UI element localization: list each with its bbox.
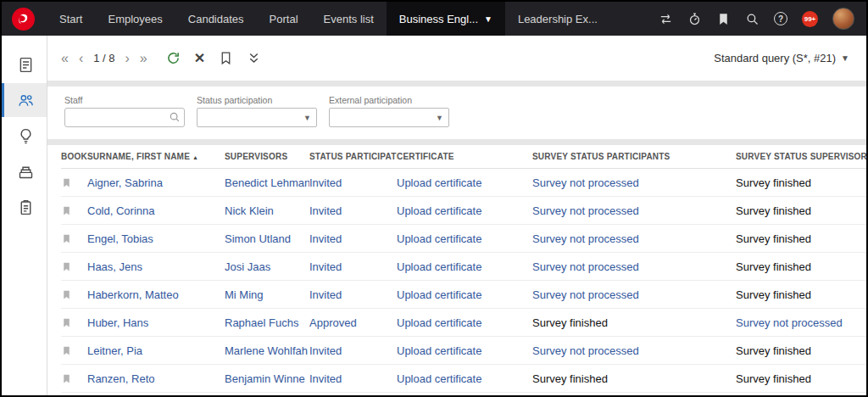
staff-input[interactable] [64, 108, 185, 127]
employee-name-link[interactable]: Engel, Tobias [87, 232, 225, 245]
upload-certificate-link[interactable]: Upload certificate [397, 204, 532, 217]
clipboard-icon [17, 198, 35, 216]
lightbulb-icon [17, 127, 35, 145]
sidebar-item-ideas[interactable] [2, 119, 47, 153]
transfer-icon[interactable] [659, 12, 673, 26]
survey-status-participants-value: Survey finished [532, 316, 736, 329]
notification-badge[interactable]: 99+ [802, 11, 818, 27]
employee-name-link[interactable]: Huber, Hans [87, 316, 225, 329]
column-header-certificate[interactable]: CERTIFICATE [397, 152, 532, 161]
row-bookmark-icon[interactable] [61, 372, 87, 386]
sidebar-item-employees[interactable] [2, 83, 47, 117]
nav-label: Employees [108, 13, 162, 25]
nav-item-business-english-active[interactable]: Business Engl... ▼ [387, 2, 505, 36]
survey-status-participants-value: Survey finished [532, 372, 736, 385]
upload-certificate-link[interactable]: Upload certificate [397, 344, 532, 357]
row-bookmark-icon[interactable] [61, 232, 87, 246]
last-page-button[interactable]: » [140, 52, 147, 65]
refresh-button[interactable] [166, 51, 181, 65]
table-row: Haberkorn, Matteo Mi Ming Invited Upload… [61, 281, 866, 309]
survey-status-participants-value: Survey not processed [532, 204, 736, 217]
sidebar-item-stack[interactable] [2, 154, 47, 188]
employee-name-link[interactable]: Cold, Corinna [87, 204, 225, 217]
clear-button[interactable]: ✕ [194, 50, 205, 66]
upload-certificate-link[interactable]: Upload certificate [397, 372, 532, 385]
row-bookmark-icon[interactable] [61, 288, 87, 302]
next-page-button[interactable]: › [125, 52, 130, 65]
double-chevron-down-icon [247, 51, 261, 65]
status-participation-value: Invited [309, 372, 397, 385]
column-header-status-participation[interactable]: STATUS PARTICIPATION [309, 152, 397, 161]
pagination: « ‹ 1 / 8 › » [61, 52, 147, 65]
staff-label: Staff [64, 95, 185, 105]
table-row: Engel, Tobias Simon Utland Invited Uploa… [61, 225, 866, 253]
column-header-survey-supervisors[interactable]: SURVEY STATUS SUPERVISORS [736, 152, 866, 161]
status-participation-value: Invited [309, 260, 397, 273]
nav-item-events-list[interactable]: Events list [311, 2, 387, 36]
column-header-supervisors[interactable]: SUPERVISORS [225, 152, 309, 161]
nav-item-employees[interactable]: Employees [95, 2, 175, 36]
employee-name-link[interactable]: Haas, Jens [87, 260, 225, 273]
status-participation-value: Invited [309, 288, 397, 301]
filter-panel: Staff Status participation ▼ External pa… [47, 87, 866, 139]
main-area: « ‹ 1 / 8 › » ✕ [2, 36, 866, 395]
table-row: Cold, Corinna Nick Klein Invited Upload … [61, 197, 866, 225]
column-header-booked[interactable]: BOOKED [61, 152, 87, 161]
nav-item-leadership[interactable]: Leadership Ex... [505, 2, 610, 36]
supervisor-link[interactable]: Marlene Wohlfah [225, 344, 309, 357]
status-participation-value: Invited [309, 232, 397, 245]
row-bookmark-icon[interactable] [61, 316, 87, 330]
stopwatch-icon[interactable] [687, 12, 702, 26]
filter-staff: Staff [64, 95, 185, 139]
nav-item-portal[interactable]: Portal [257, 2, 311, 36]
expand-all-button[interactable] [247, 51, 261, 65]
status-participation-select[interactable]: ▼ [197, 108, 317, 127]
column-header-name[interactable]: SURNAME, FIRST NAME▲ [87, 152, 225, 161]
survey-status-supervisors-value: Survey finished [736, 176, 866, 189]
upload-certificate-link[interactable]: Upload certificate [397, 176, 532, 189]
employee-name-link[interactable]: Ranzen, Reto [87, 372, 225, 385]
upload-certificate-link[interactable]: Upload certificate [397, 316, 532, 329]
help-icon[interactable]: ? [774, 12, 787, 25]
employee-name-link[interactable]: Haberkorn, Matteo [87, 288, 225, 301]
bookmark-icon [219, 51, 233, 65]
employee-name-link[interactable]: Leitner, Pia [87, 344, 225, 357]
row-bookmark-icon[interactable] [61, 176, 87, 190]
survey-status-participants-value: Survey not processed [532, 176, 736, 189]
first-page-button[interactable]: « [61, 52, 69, 65]
content: « ‹ 1 / 8 › » ✕ [47, 36, 866, 395]
survey-status-participants-value: Survey not processed [532, 288, 736, 301]
survey-status-supervisors-value: Survey finished [736, 260, 866, 273]
refresh-icon [166, 51, 181, 65]
column-header-survey-participants[interactable]: SURVEY STATUS PARTICIPANTS [532, 152, 736, 161]
row-bookmark-icon[interactable] [61, 260, 87, 274]
nav-item-candidates[interactable]: Candidates [175, 2, 257, 36]
supervisor-link[interactable]: Josi Jaas [225, 260, 309, 273]
supervisor-link[interactable]: Simon Utland [225, 232, 309, 245]
upload-certificate-link[interactable]: Upload certificate [397, 288, 532, 301]
nav-label: Leadership Ex... [518, 13, 598, 25]
app-logo[interactable] [2, 2, 47, 36]
supervisor-link[interactable]: Nick Klein [225, 204, 309, 217]
row-bookmark-icon[interactable] [61, 204, 87, 218]
bookmark-button[interactable] [219, 51, 233, 65]
prev-page-button[interactable]: ‹ [79, 52, 83, 65]
row-bookmark-icon[interactable] [61, 344, 87, 358]
supervisor-link[interactable]: Benjamin Winne [225, 372, 309, 385]
supervisor-link[interactable]: Raphael Fuchs [225, 316, 309, 329]
query-selector[interactable]: Standard query (S*, #21) ▼ [714, 52, 849, 64]
upload-certificate-link[interactable]: Upload certificate [397, 232, 532, 245]
supervisor-link[interactable]: Mi Ming [225, 288, 309, 301]
external-participation-select[interactable]: ▼ [329, 108, 449, 127]
chevron-down-icon: ▼ [841, 53, 849, 63]
upload-certificate-link[interactable]: Upload certificate [397, 260, 532, 273]
nav-item-start[interactable]: Start [47, 2, 95, 36]
results-table: BOOKED SURNAME, FIRST NAME▲ SUPERVISORS … [47, 145, 866, 395]
search-icon[interactable] [745, 12, 760, 26]
sidebar-item-documents[interactable] [2, 48, 47, 81]
sidebar-item-tasks[interactable] [2, 190, 47, 224]
employee-name-link[interactable]: Aigner, Sabrina [87, 176, 225, 189]
bookmark-icon[interactable] [716, 12, 731, 26]
supervisor-link[interactable]: Benedict Lehman [225, 176, 309, 189]
avatar[interactable] [832, 8, 854, 30]
